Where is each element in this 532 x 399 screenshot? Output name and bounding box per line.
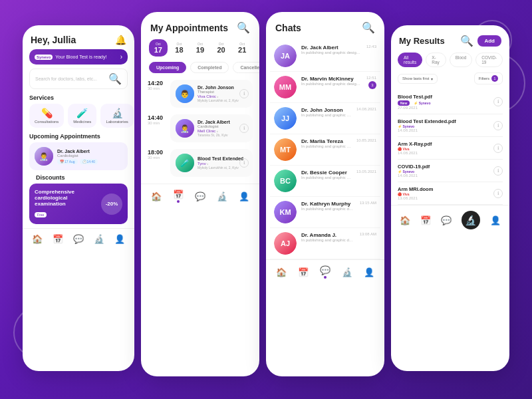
chat-name-2: Dr. Marvin McKinney xyxy=(301,76,362,82)
sort-label: Show lasts first xyxy=(402,76,429,80)
date-17[interactable]: Oct 17 xyxy=(149,39,168,57)
chat-bessie[interactable]: BC Dr. Bessie Cooper In publishing and g… xyxy=(270,166,380,197)
p4-chat-icon[interactable]: 💬 xyxy=(441,215,452,225)
result-arm-mri[interactable]: Arm MRI.doom 🔴 Viva 13.08.2021 ℹ xyxy=(398,182,503,205)
filter-count: 1 xyxy=(491,75,498,82)
chat-amanda[interactable]: AJ Dr. Amanda J. In publishing and graph… xyxy=(270,228,380,259)
doctor-info: Dr. Jack Albert Cardiologist 📅 17 Aug 🕐 … xyxy=(57,149,98,164)
tab-cancelled[interactable]: Cancelled xyxy=(233,62,259,73)
p4-profile-icon[interactable]: 👤 xyxy=(490,215,501,225)
result-info-btn-1[interactable]: ℹ xyxy=(493,97,503,106)
result-date-4: 14.08.2021 xyxy=(398,174,430,178)
appt-doctor-1: Dr. John Jonson xyxy=(198,85,239,90)
result-info-btn-2[interactable]: ℹ xyxy=(493,121,503,130)
p2-chat-icon[interactable]: 💬 xyxy=(195,192,205,201)
chats-search-icon[interactable]: 🔍 xyxy=(362,21,375,34)
chat-avatar-1: JA xyxy=(274,45,297,67)
chat-jack-albert[interactable]: JA Dr. Jack Albert In publishing and gra… xyxy=(270,41,380,72)
chat-content-5: Dr. Bessie Cooper In publishing and grap… xyxy=(301,170,352,180)
result-info-btn-3[interactable]: ℹ xyxy=(493,144,503,153)
appt-time-1: 14:20 xyxy=(148,80,166,86)
date-21[interactable]: Oct 21 xyxy=(233,39,251,57)
nav-labs[interactable]: 🔬 xyxy=(94,234,104,244)
results-search-icon[interactable]: 🔍 xyxy=(460,35,473,47)
chat-preview-5: In publishing and graphic design design.… xyxy=(301,176,352,180)
appt-info-btn-3[interactable]: ℹ xyxy=(239,158,249,168)
p4-labs-nav-active[interactable]: 🔬 xyxy=(462,211,480,229)
p3-home-icon[interactable]: 🏠 xyxy=(276,267,287,277)
discount-card[interactable]: Comprehensive cardiological examination … xyxy=(29,184,128,224)
nav-chat[interactable]: 💬 xyxy=(73,234,84,244)
p2-header: My Appointments 🔍 xyxy=(141,12,259,39)
appt-info-btn-2[interactable]: ℹ xyxy=(239,124,249,133)
filter-covid[interactable]: COVID-19 xyxy=(475,53,503,67)
appt-card-2[interactable]: 👨‍⚕️ Dr. Jack Albert Cardiologist Mell C… xyxy=(170,114,253,142)
result-covid[interactable]: COVID-19.pdf ⚡ Synevo 14.08.2021 ℹ xyxy=(398,160,503,182)
date-18[interactable]: Oct 18 xyxy=(170,39,189,57)
appt-card-3[interactable]: 🧪 Blood Test Extended Tynv › Mykoly Lavr… xyxy=(170,149,253,177)
search-bar[interactable]: Search for doctors, labs, etc... 🔍 xyxy=(29,68,128,89)
chat-time-3: 14.08.2021 xyxy=(356,107,376,111)
p1-header: Hey, Jullia 🔔 xyxy=(23,25,134,49)
tab-completed[interactable]: Completed xyxy=(190,62,229,73)
notification-banner[interactable]: Synevo Your Blood Test is ready! › xyxy=(29,49,128,65)
filters-button[interactable]: Filters 1 xyxy=(474,72,503,84)
filter-xray[interactable]: X-Ray xyxy=(426,53,446,67)
p4-calendar-icon[interactable]: 📅 xyxy=(420,215,431,225)
date-19[interactable]: Oct 19 xyxy=(191,39,209,57)
filter-blood[interactable]: Blood xyxy=(450,53,473,67)
p3-profile-icon[interactable]: 👤 xyxy=(364,267,374,277)
nav-profile[interactable]: 👤 xyxy=(114,234,125,244)
p2-nav-calendar[interactable]: 📅 xyxy=(173,190,184,203)
p3-labs-icon[interactable]: 🔬 xyxy=(342,267,352,277)
service-medicines[interactable]: 🧪 Medicines xyxy=(68,104,96,128)
chat-avatar-2: MM xyxy=(274,76,297,98)
appt-info-btn-1[interactable]: ℹ xyxy=(239,89,249,98)
upcoming-appointment-card[interactable]: 👨‍⚕️ Dr. Jack Albert Cardiologist 📅 17 A… xyxy=(29,142,128,170)
chat-content-6: Dr. Kathryn Murphy In publishing and gra… xyxy=(301,201,355,211)
result-blood-test[interactable]: Blood Test.pdf New ⚡ Synevo 27.09.2021 ℹ xyxy=(398,90,503,114)
chat-preview-3: In publishing and graphic design design.… xyxy=(301,113,352,117)
notification-arrow: › xyxy=(120,53,122,61)
chat-content-4: Dr. Marlia Tereza In publishing and grap… xyxy=(301,138,352,148)
p2-home-icon[interactable]: 🏠 xyxy=(151,192,162,201)
date-20[interactable]: Oct 20 xyxy=(212,39,231,57)
sort-select[interactable]: Show lasts first ▾ xyxy=(398,74,438,84)
service-labs[interactable]: 🔬 Laboratories xyxy=(100,104,133,128)
chat-john-jonson[interactable]: JJ Dr. John Jonson In publishing and gra… xyxy=(270,103,380,134)
labs-nav-icon: 🔬 xyxy=(94,234,104,244)
add-result-button[interactable]: Add xyxy=(477,35,501,47)
chat-content-3: Dr. John Jonson In publishing and graphi… xyxy=(301,107,352,117)
appt-dur-2: 30 min xyxy=(148,121,166,125)
p2-labs-icon[interactable]: 🔬 xyxy=(217,192,227,201)
filter-all[interactable]: All results xyxy=(398,53,422,67)
chat-kathryn[interactable]: KM Dr. Kathryn Murphy In publishing and … xyxy=(270,197,380,228)
tab-upcoming[interactable]: Upcoming xyxy=(149,62,186,73)
appt-card-1[interactable]: 👨 Dr. John Jonson Therapist Viva Clinic … xyxy=(170,80,253,108)
doctor-avatar-2: 👨‍⚕️ xyxy=(176,119,194,138)
phone-results: My Results 🔍 Add All results X-Ray Blood… xyxy=(391,25,509,371)
service-consultations[interactable]: 💊 Consultations xyxy=(29,104,64,128)
p2-calendar-icon: 📅 xyxy=(173,190,184,200)
p3-chat-icon: 💬 xyxy=(320,265,331,275)
nav-home[interactable]: 🏠 xyxy=(32,234,43,244)
search-icon[interactable]: 🔍 xyxy=(237,21,250,34)
result-name-2: Blood Test Extended.pdf xyxy=(398,118,456,124)
doctor-avatar: 👨‍⚕️ xyxy=(35,147,53,166)
p4-home-icon[interactable]: 🏠 xyxy=(400,215,410,225)
search-placeholder: Search for doctors, labs, etc... xyxy=(35,76,106,81)
result-info-btn-5[interactable]: ℹ xyxy=(493,189,503,198)
bell-icon[interactable]: 🔔 xyxy=(115,35,126,45)
chat-meta-2: 12:51 3 xyxy=(366,76,376,89)
p3-calendar-icon[interactable]: 📅 xyxy=(298,267,309,277)
chat-preview-4: In publishing and graphic design design.… xyxy=(301,144,352,148)
result-arm-xray[interactable]: Arm X-Ray.pdf 🔴 Viva 14.08.2021 ℹ xyxy=(398,137,503,160)
nav-calendar[interactable]: 📅 xyxy=(53,234,63,244)
result-blood-test-ext[interactable]: Blood Test Extended.pdf ⚡ Synevo 14.08.2… xyxy=(398,114,503,137)
p2-profile-icon[interactable]: 👤 xyxy=(239,192,249,201)
result-info-btn-4[interactable]: ℹ xyxy=(493,166,503,176)
p3-chat-nav[interactable]: 💬 xyxy=(320,265,331,279)
chat-marlia[interactable]: MT Dr. Marlia Tereza In publishing and g… xyxy=(270,134,380,166)
medicines-label: Medicines xyxy=(73,120,91,124)
chat-marvin[interactable]: MM Dr. Marvin McKinney In publishing and… xyxy=(270,72,380,103)
